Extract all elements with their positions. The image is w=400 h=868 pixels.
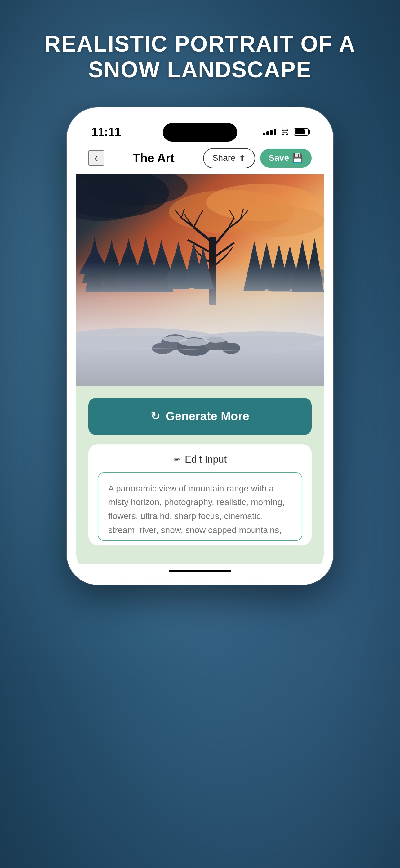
save-icon: 💾 (292, 153, 303, 163)
page-title: REALISTIC PORTRAIT OF A SNOW LANDSCAPE (0, 31, 400, 83)
back-button[interactable]: ‹ (88, 150, 104, 166)
battery-icon (294, 128, 308, 136)
generate-more-label: Generate More (166, 410, 249, 423)
scene-svg (76, 175, 324, 385)
status-time: 11:11 (92, 125, 121, 139)
home-indicator (169, 570, 231, 572)
svg-point-62 (205, 337, 226, 343)
status-bar: 11:11 ⌘ (76, 117, 324, 142)
save-button[interactable]: Save 💾 (260, 149, 312, 168)
svg-point-58 (152, 343, 174, 354)
nav-bar: ‹ The Art Share ⬆ Save 💾 (76, 142, 324, 175)
phone-frame: 11:11 ⌘ ‹ The Art (67, 107, 333, 585)
pencil-icon: ✏ (173, 454, 180, 464)
wifi-icon: ⌘ (280, 127, 289, 137)
generate-more-button[interactable]: ↻ Generate More (88, 398, 312, 435)
dynamic-island (163, 123, 237, 142)
svg-point-61 (163, 336, 188, 342)
nav-actions: Share ⬆ Save 💾 (203, 148, 312, 168)
svg-point-59 (222, 343, 240, 354)
back-icon: ‹ (94, 152, 98, 164)
edit-input-label: ✏ Edit Input (98, 454, 302, 465)
main-image (76, 175, 324, 385)
svg-point-6 (231, 206, 324, 237)
save-label: Save (269, 153, 289, 163)
phone-inner: 11:11 ⌘ ‹ The Art (76, 117, 324, 576)
edit-input-section: ✏ Edit Input (88, 444, 312, 545)
share-icon: ⬆ (239, 153, 246, 163)
prompt-input[interactable] (98, 472, 302, 541)
signal-dots-icon (263, 129, 276, 135)
generate-icon: ↻ (151, 410, 160, 423)
status-icons: ⌘ (263, 127, 308, 137)
share-label: Share (212, 153, 236, 163)
share-button[interactable]: Share ⬆ (203, 148, 255, 168)
edit-input-text: Edit Input (185, 454, 227, 465)
content-area: ↻ Generate More ✏ Edit Input (76, 385, 324, 564)
nav-title: The Art (132, 151, 174, 165)
